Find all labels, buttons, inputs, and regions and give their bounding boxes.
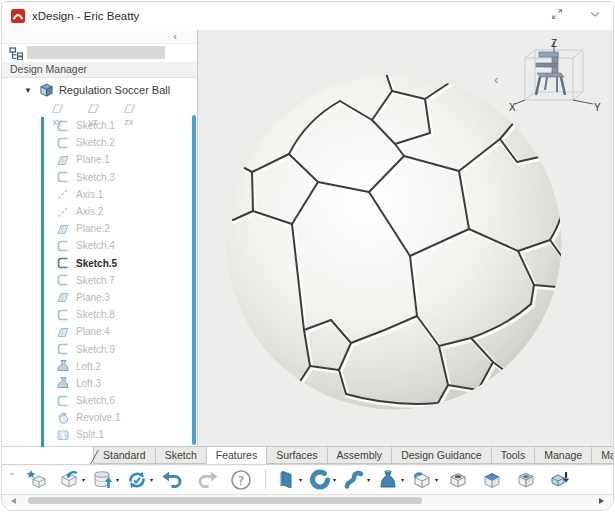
- tree-item[interactable]: Sketch.3: [2, 169, 197, 186]
- tab[interactable]: Marketplace: [591, 446, 614, 464]
- tree-item[interactable]: Plane.3: [2, 289, 197, 306]
- expand-arrow-icon[interactable]: ▼: [24, 86, 32, 95]
- panel-header: Design Manager: [2, 62, 197, 78]
- tree-item[interactable]: Split.1: [2, 426, 197, 443]
- scroll-thumb[interactable]: [28, 497, 422, 504]
- tab[interactable]: Surfaces: [266, 446, 326, 464]
- panel-top-strip: ‹: [2, 30, 197, 44]
- tree-item[interactable]: Sketch.9: [2, 340, 197, 357]
- svg-text:?: ?: [237, 472, 244, 487]
- redo-icon: [195, 468, 219, 492]
- undo-icon: [161, 468, 185, 492]
- tree-items: Sketch.1 Sketch.2 Plane.1: [2, 117, 197, 447]
- ribbon-tab-bar: Standard Sketch Features Surfaces Assemb…: [2, 447, 613, 465]
- plane-mini-icon: [82, 100, 104, 111]
- root-part-label: Regulation Soccer Ball: [59, 84, 170, 96]
- sketch-icon: [56, 170, 70, 184]
- hole-button[interactable]: [441, 467, 475, 493]
- plane-mini-icon: [46, 100, 68, 111]
- tab[interactable]: Features: [206, 446, 266, 464]
- tree-item[interactable]: Sketch.2: [2, 134, 197, 151]
- part-cube-icon: [39, 83, 54, 98]
- tab[interactable]: Standard: [93, 446, 155, 464]
- tree-item[interactable]: Loft.3: [2, 375, 197, 392]
- sketch-icon: [56, 308, 70, 322]
- feature-toolbar: ⌄ ▾ ▾ ▾: [2, 465, 613, 494]
- sweep-button[interactable]: ▾: [339, 467, 373, 493]
- scroll-left-arrow-icon[interactable]: [11, 498, 16, 504]
- tree-item[interactable]: Plane.1: [2, 151, 197, 168]
- window-footer: [2, 506, 613, 511]
- plane-icon: [56, 290, 70, 304]
- revolve-icon: [56, 411, 70, 425]
- fillet-button[interactable]: ▾: [407, 467, 441, 493]
- viewcube-chevron-icon[interactable]: ‹: [494, 72, 498, 87]
- import-button[interactable]: [543, 467, 577, 493]
- revolve-feature-button[interactable]: ▾: [305, 467, 339, 493]
- tree-item[interactable]: Axis.2: [2, 203, 197, 220]
- tab[interactable]: Assembly: [327, 446, 392, 464]
- tree-item[interactable]: Sketch.1: [2, 117, 197, 134]
- help-button[interactable]: ?: [224, 467, 258, 493]
- help-icon: ?: [229, 468, 253, 492]
- tree-item[interactable]: Plane.4: [2, 323, 197, 340]
- new-design-button[interactable]: [20, 467, 54, 493]
- toolbar-collapse-chevron-icon[interactable]: ⌄: [4, 465, 20, 479]
- tree-item[interactable]: Loft.2: [2, 358, 197, 375]
- xdesign-logo-icon: [11, 9, 25, 23]
- app-window: xDesign - Eric Beatty ‹ Design Manager: [1, 1, 614, 511]
- design-tree-button[interactable]: [7, 45, 25, 61]
- import-icon: [548, 468, 572, 492]
- open-button[interactable]: ▾: [54, 467, 88, 493]
- separator-button[interactable]: [258, 467, 271, 493]
- titlebar: xDesign - Eric Beatty: [2, 2, 613, 30]
- main-area: ‹ Design Manager ▼ Regulation Soccer Bal…: [2, 30, 613, 447]
- hole-icon: [446, 468, 470, 492]
- extrude-button[interactable]: ▾: [271, 467, 305, 493]
- save-button[interactable]: ▾: [88, 467, 122, 493]
- tree-item[interactable]: Axis.1: [2, 186, 197, 203]
- redo-button[interactable]: [190, 467, 224, 493]
- tree-item[interactable]: Sketch.7: [2, 272, 197, 289]
- sketch-icon: [56, 239, 70, 253]
- undo-button[interactable]: [156, 467, 190, 493]
- update-button[interactable]: ▾: [122, 467, 156, 493]
- tree-item[interactable]: Sketch.8: [2, 306, 197, 323]
- new-design-icon: [25, 468, 49, 492]
- design-manager-panel: ‹ Design Manager ▼ Regulation Soccer Bal…: [2, 30, 198, 446]
- tree-item[interactable]: Sketch.6: [2, 392, 197, 409]
- tree-item[interactable]: Plane.2: [2, 220, 197, 237]
- chamfer-button[interactable]: [475, 467, 509, 493]
- sketch-icon: [56, 119, 70, 133]
- viewport[interactable]: ‹: [198, 30, 613, 446]
- tab[interactable]: Tools: [491, 446, 535, 464]
- loft-icon: [56, 376, 70, 390]
- tree-item[interactable]: Sketch.4: [2, 237, 197, 254]
- window-title: xDesign - Eric Beatty: [32, 10, 139, 22]
- shell-button[interactable]: [509, 467, 543, 493]
- plane-icon: [56, 153, 70, 167]
- tree-root-row[interactable]: ▼ Regulation Soccer Ball: [2, 82, 170, 98]
- fillet-icon: [410, 468, 434, 492]
- save-icon: [91, 468, 115, 492]
- view-cube[interactable]: Z X Y: [509, 38, 601, 114]
- panel-collapse-chevron-icon[interactable]: ‹: [173, 30, 177, 43]
- plane-icon: [56, 222, 70, 236]
- expand-icon[interactable]: [551, 8, 563, 20]
- tree-item[interactable]: Sketch.5: [2, 255, 197, 272]
- panel-tool-strip: [2, 44, 197, 62]
- loft-feature-button[interactable]: ▾: [373, 467, 407, 493]
- loft-icon: [56, 359, 70, 373]
- tab[interactable]: Design Guidance: [391, 446, 491, 464]
- tree-item[interactable]: Revolve.1: [2, 409, 197, 426]
- chevron-down-icon[interactable]: [589, 10, 601, 18]
- split-icon: [56, 428, 70, 442]
- toolbar-scrollbar: [2, 494, 613, 506]
- panel-toolbar-placeholder: [27, 46, 165, 59]
- tab[interactable]: Sketch: [155, 446, 206, 464]
- sketch-icon: [56, 273, 70, 287]
- axis-label-x: X: [509, 102, 516, 113]
- tab[interactable]: Manage: [534, 446, 591, 464]
- scroll-right-arrow-icon[interactable]: [599, 498, 604, 504]
- shell-icon: [514, 468, 538, 492]
